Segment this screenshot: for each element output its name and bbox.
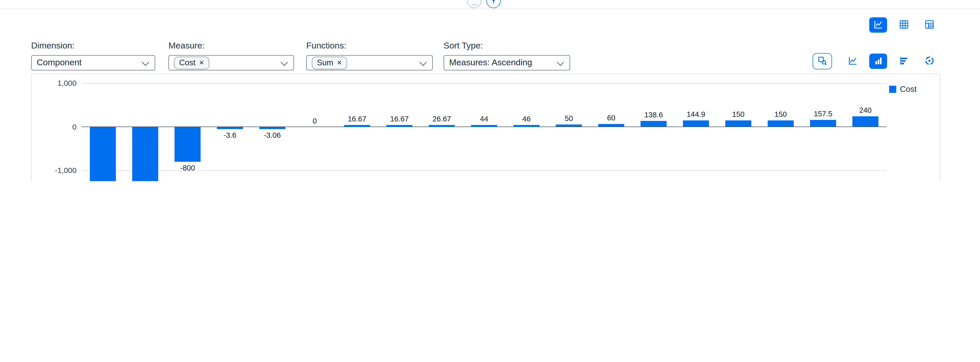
gridline [82,83,886,83]
bar[interactable] [683,121,709,127]
pin-button[interactable] [487,0,501,8]
legend-swatch [889,86,896,93]
more-actions-button[interactable]: … [467,0,481,8]
line-chart-button[interactable] [844,54,862,69]
y-tick-label: 1,000 [57,79,76,88]
value-label: 157.5 [802,110,844,118]
value-label: 44 [463,114,505,123]
split-view-button[interactable] [920,17,938,33]
token-label: Cost [179,58,196,67]
donut-chart-button[interactable] [920,54,938,69]
bar-chart-icon [873,56,883,67]
bar[interactable] [853,116,878,127]
measure-select[interactable]: Cost ✕ [169,55,294,70]
value-label: 150 [759,110,802,118]
bar[interactable] [471,125,497,127]
value-label: -3.6 [209,131,251,139]
functions-token[interactable]: Sum ✕ [312,56,347,69]
bar[interactable] [217,127,243,129]
chart-canvas[interactable]: Cost Cost 1,0000-1,000-2,000-3,000-4,000… [31,73,940,181]
chevron-down-icon [281,59,288,66]
sort-type-field: Sort Type: Measures: Ascending [444,41,570,70]
horizontal-bar-chart-icon [899,56,909,67]
bar[interactable] [598,124,624,127]
value-label: -3.06 [251,131,293,139]
token-remove-icon[interactable]: ✕ [199,60,204,66]
legend-label: Cost [900,85,917,94]
legend[interactable]: Cost [889,85,917,94]
donut-chart-icon [924,56,934,67]
token-label: Sum [317,58,333,67]
sort-type-value: Measures: Ascending [449,58,532,68]
bar[interactable] [641,121,667,127]
bar[interactable] [429,125,455,127]
dimension-select[interactable]: Component [31,55,155,70]
y-tick-label: -1,000 [55,166,76,175]
functions-field: Functions: Sum ✕ [306,41,433,70]
table-view-button[interactable] [895,17,913,33]
value-label: 150 [717,110,759,118]
top-divider [0,9,980,9]
measure-token[interactable]: Cost ✕ [174,56,209,69]
app-window: … [0,0,980,181]
chart-view-button[interactable] [869,17,887,33]
bar[interactable] [387,125,412,127]
chevron-down-icon [420,59,427,66]
sort-type-label: Sort Type: [444,41,570,51]
line-chart-icon [873,19,883,31]
measure-field: Measure: Cost ✕ [169,41,294,70]
bar[interactable] [344,125,370,127]
value-label: 16.67 [378,114,421,123]
bar[interactable] [259,127,285,129]
horizontal-bar-chart-button[interactable] [895,54,913,69]
value-label: 144.9 [675,110,717,118]
pin-icon [490,0,497,6]
bar[interactable] [556,124,582,127]
value-label: 50 [548,114,590,122]
bar[interactable] [132,127,158,181]
functions-label: Functions: [306,41,433,51]
token-remove-icon[interactable]: ✕ [337,60,342,66]
dimension-value: Component [37,58,82,68]
bar-chart-button[interactable] [869,54,887,69]
chevron-down-icon [557,59,564,66]
value-label: 16.67 [336,114,378,123]
value-label: 240 [844,106,886,114]
bar[interactable] [810,120,836,127]
bar[interactable] [175,127,200,162]
dimension-field: Dimension: Component [31,41,155,70]
bar[interactable] [768,120,794,127]
value-label: -800 [166,164,209,172]
y-tick-label: 0 [72,122,76,132]
dimension-label: Dimension: [31,41,155,51]
sort-type-select[interactable]: Measures: Ascending [444,55,570,70]
chevron-down-icon [142,59,149,66]
value-label: 46 [505,114,548,123]
line-chart-icon [848,56,858,67]
zoom-select-button[interactable] [813,53,832,69]
measure-label: Measure: [169,41,294,51]
value-label: 26.67 [421,114,463,123]
value-label: 0 [293,117,336,125]
table-rows-icon [924,19,934,31]
bar[interactable] [514,125,539,127]
bar[interactable] [725,120,751,127]
functions-select[interactable]: Sum ✕ [306,55,433,70]
bar[interactable] [90,127,116,181]
value-label: 60 [590,114,632,122]
ellipsis-icon: … [471,0,477,6]
value-label: 138.6 [632,110,675,119]
grid-icon [899,19,909,31]
zoom-select-icon [817,56,827,67]
